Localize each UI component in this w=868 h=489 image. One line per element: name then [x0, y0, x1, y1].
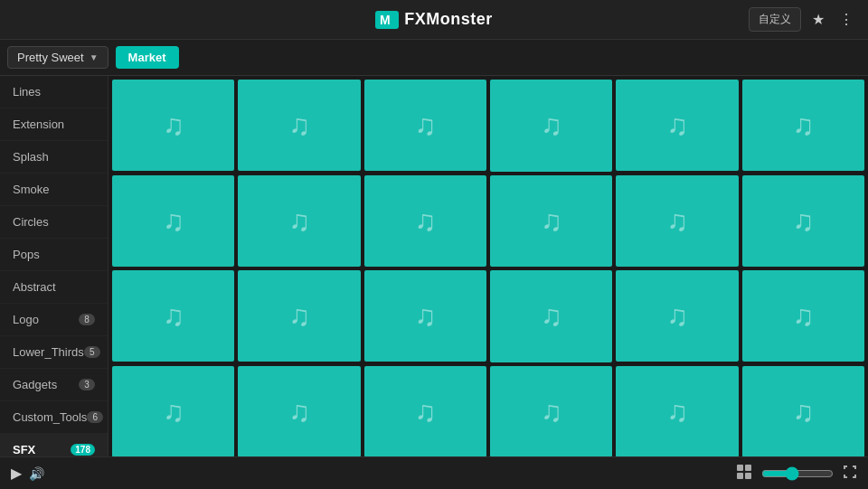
sidebar-item-smoke[interactable]: Smoke: [0, 174, 108, 206]
sidebar-item-extension[interactable]: Extension: [0, 108, 108, 141]
more-button[interactable]: ⋮: [835, 7, 857, 32]
grid-item[interactable]: ♫: [616, 366, 738, 457]
grid-item[interactable]: ♫: [490, 366, 612, 457]
sidebar-item-label: Abstract: [13, 280, 56, 294]
fullscreen-icon: [843, 465, 857, 479]
music-note-icon: ♫: [414, 299, 436, 333]
sidebar-item-badge: 6: [87, 411, 103, 423]
header-actions: 自定义 ★ ⋮: [749, 7, 857, 32]
sidebar-item-label: SFX: [13, 443, 35, 456]
grid-item[interactable]: ♫: [238, 175, 360, 267]
volume-button[interactable]: 🔊: [29, 466, 44, 481]
sidebar-item-label: Circles: [13, 215, 49, 229]
music-note-icon: ♫: [288, 395, 310, 428]
sidebar-item-label: Pops: [13, 248, 40, 261]
music-note-icon: ♫: [792, 108, 814, 142]
music-note-icon: ♫: [163, 108, 184, 142]
zoom-slider[interactable]: [761, 466, 834, 481]
music-note-icon: ♫: [288, 204, 310, 238]
bottom-bar: ▶ 🔊: [0, 456, 868, 489]
sidebar-item-circles[interactable]: Circles: [0, 206, 108, 239]
grid-item[interactable]: ♫: [742, 80, 864, 171]
grid-item[interactable]: ♫: [238, 270, 360, 362]
music-note-icon: ♫: [792, 299, 814, 333]
sidebar-item-badge: 8: [79, 314, 95, 325]
sidebar-item-badge: 178: [71, 444, 95, 456]
sidebar-item-label: Splash: [13, 150, 49, 164]
sidebar-item-logo[interactable]: Logo8: [0, 304, 108, 336]
sidebar-item-label: Custom_Tools: [13, 410, 87, 424]
music-note-icon: ♫: [666, 395, 688, 428]
grid-item[interactable]: ♫: [616, 175, 738, 267]
toolbar: Pretty Sweet ▼ Market: [0, 40, 868, 76]
play-button[interactable]: ▶: [11, 465, 22, 482]
grid-item[interactable]: ♫: [112, 366, 234, 457]
sidebar-item-lines[interactable]: Lines: [0, 76, 108, 108]
grid-item[interactable]: ♫: [490, 80, 612, 172]
grid-item[interactable]: ♫: [112, 270, 234, 362]
svg-text:M: M: [380, 13, 391, 27]
sidebar-item-sfx[interactable]: SFX178: [0, 434, 108, 456]
grid-item[interactable]: ♫: [112, 80, 234, 171]
sidebar-item-splash[interactable]: Splash: [0, 141, 108, 174]
content-area: ♫♫♫♫♫♫♫♫♫♫♫♫♫♫♫♫♫♫♫♫♫♫♫♫♫♫♫♫♫♫♫♫♫♫♫♫: [108, 76, 868, 456]
zoom-slider-container: [761, 466, 834, 481]
main-area: LinesExtensionSplashSmokeCirclesPopsAbst…: [0, 76, 868, 456]
music-note-icon: ♫: [163, 299, 184, 333]
chevron-down-icon: ▼: [90, 52, 99, 62]
music-note-icon: ♫: [163, 395, 184, 428]
favorite-button[interactable]: ★: [808, 7, 828, 32]
music-note-icon: ♫: [541, 108, 562, 142]
grid-view-button[interactable]: [736, 464, 752, 484]
grid-item[interactable]: ♫: [364, 80, 486, 171]
sidebar-item-label: Lines: [13, 85, 41, 99]
grid-item[interactable]: ♫: [490, 270, 612, 362]
music-note-icon: ♫: [414, 204, 436, 238]
grid-item[interactable]: ♫: [742, 270, 864, 362]
grid-item[interactable]: ♫: [364, 270, 486, 362]
grid-item[interactable]: ♫: [364, 175, 486, 267]
market-tab[interactable]: Market: [116, 46, 179, 69]
sidebar: LinesExtensionSplashSmokeCirclesPopsAbst…: [0, 76, 108, 456]
grid-item[interactable]: ♫: [112, 175, 234, 267]
project-selector[interactable]: Pretty Sweet ▼: [7, 46, 108, 69]
sidebar-item-pops[interactable]: Pops: [0, 239, 108, 271]
effects-grid: ♫♫♫♫♫♫♫♫♫♫♫♫♫♫♫♫♫♫♫♫♫♫♫♫♫♫♫♫♫♫♫♫♫♫♫♫: [112, 80, 864, 456]
grid-item[interactable]: ♫: [742, 366, 864, 457]
grid-item[interactable]: ♫: [364, 366, 486, 457]
grid-item[interactable]: ♫: [238, 366, 360, 457]
playback-controls: ▶ 🔊: [11, 465, 44, 482]
music-note-icon: ♫: [541, 204, 562, 238]
music-note-icon: ♫: [163, 204, 184, 238]
music-note-icon: ♫: [666, 108, 688, 142]
grid-item[interactable]: ♫: [616, 270, 738, 362]
grid-item[interactable]: ♫: [238, 80, 360, 171]
grid-item[interactable]: ♫: [490, 175, 612, 268]
grid-item[interactable]: ♫: [616, 80, 738, 171]
app-logo: M FXMonster: [375, 10, 493, 29]
logo-text: FXMonster: [404, 10, 493, 29]
grid-item[interactable]: ♫: [742, 175, 864, 267]
svg-rect-4: [737, 473, 743, 479]
view-controls: [736, 464, 857, 484]
svg-rect-2: [737, 465, 743, 471]
svg-rect-3: [745, 465, 751, 471]
music-note-icon: ♫: [792, 204, 814, 238]
project-name: Pretty Sweet: [17, 51, 84, 64]
music-note-icon: ♫: [414, 108, 436, 142]
sidebar-item-gadgets[interactable]: Gadgets3: [0, 369, 108, 401]
music-note-icon: ♫: [541, 395, 562, 428]
music-note-icon: ♫: [666, 299, 688, 333]
grid-icon: [736, 464, 752, 480]
music-note-icon: ♫: [288, 108, 310, 142]
sidebar-item-custom_tools[interactable]: Custom_Tools6: [0, 401, 108, 434]
fullscreen-button[interactable]: [843, 465, 857, 482]
sidebar-item-lower_thirds[interactable]: Lower_Thirds5: [0, 336, 108, 369]
logo-m-icon: M: [375, 11, 399, 29]
sidebar-item-label: Extension: [13, 118, 64, 131]
sidebar-item-abstract[interactable]: Abstract: [0, 271, 108, 304]
sidebar-item-label: Gadgets: [13, 378, 57, 391]
customize-button[interactable]: 自定义: [749, 7, 801, 32]
sidebar-item-label: Lower_Thirds: [13, 345, 84, 359]
volume-icon: 🔊: [29, 466, 44, 481]
